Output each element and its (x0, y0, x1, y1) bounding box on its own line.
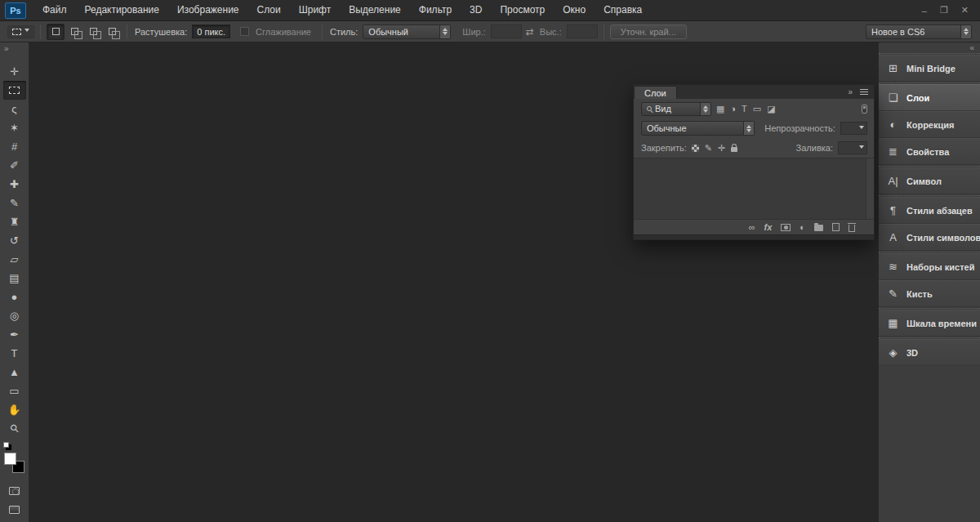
quick-mask-button[interactable] (3, 481, 26, 500)
blur-tool[interactable]: ● (3, 288, 26, 306)
dock-collapse-button[interactable]: « (879, 42, 980, 53)
tool-preset-picker[interactable] (7, 25, 34, 38)
lock-position-icon[interactable]: ✛ (718, 144, 725, 153)
history-brush-tool[interactable]: ↺ (3, 231, 26, 250)
panel-label: 3D (906, 348, 918, 358)
menu-item[interactable]: 3D (461, 0, 491, 20)
panel-button-character[interactable]: A|Символ (879, 167, 980, 194)
antialias-checkbox[interactable] (240, 27, 249, 36)
move-tool[interactable]: ✛ (3, 62, 26, 81)
panel-menu-icon[interactable] (860, 89, 868, 95)
filter-type-select[interactable]: Вид (641, 102, 711, 116)
blend-mode-select[interactable]: Обычные (641, 121, 755, 136)
panel-button-adjustments[interactable]: ◐Коррекция (879, 111, 980, 138)
scrollbar[interactable] (866, 158, 874, 219)
filter-toggle-icon[interactable] (862, 105, 867, 114)
rectangle-tool[interactable]: ▭ (3, 381, 26, 400)
type-tool-icon: T (11, 348, 18, 359)
panel-button-mini-bridge[interactable]: ⊞Mini Bridge (879, 55, 980, 82)
close-button[interactable]: ✕ (961, 5, 969, 16)
panel-button-timeline[interactable]: ▦Шкала времени (879, 310, 980, 337)
toolbox-expand-button[interactable]: » (0, 42, 29, 54)
screen-mode-button[interactable] (3, 500, 26, 519)
panel-dock: « ⊞Mini Bridge❏Слои◐Коррекция≣СвойстваA|… (878, 42, 980, 522)
healing-brush-tool-icon: ✚ (10, 179, 19, 190)
new-layer-icon[interactable] (832, 223, 840, 231)
fill-input[interactable] (838, 141, 867, 154)
panel-button-brush[interactable]: ✎Кисть (879, 280, 980, 307)
feather-input[interactable]: 0 пикс. (192, 25, 230, 38)
healing-brush-tool[interactable]: ✚ (3, 175, 26, 194)
adjustment-filter-icon[interactable]: ◑ (730, 105, 736, 114)
pen-tool[interactable]: ✒ (3, 325, 26, 344)
collapse-panel-icon[interactable]: » (848, 87, 853, 96)
adjustment-layer-icon[interactable]: ◐ (800, 223, 805, 232)
new-selection-button[interactable] (47, 24, 65, 40)
layers-tab[interactable]: Слои (634, 86, 677, 99)
menu-item[interactable]: Шрифт (290, 0, 340, 20)
eraser-tool[interactable]: ▱ (3, 250, 26, 269)
shape-filter-icon[interactable]: ▭ (753, 105, 761, 114)
menu-item[interactable]: Окно (554, 0, 595, 20)
menu-item[interactable]: Редактирование (76, 0, 168, 20)
lock-pixels-icon[interactable]: ✎ (705, 144, 712, 153)
menu-item[interactable]: Слои (248, 0, 290, 20)
layers-list[interactable] (634, 158, 874, 220)
minimize-button[interactable]: – (922, 6, 927, 16)
panel-button-paragraph-styles[interactable]: ¶Стили абзацев (879, 197, 980, 224)
menu-item[interactable]: Фильтр (410, 0, 461, 20)
panel-button-character-styles-icon: A (885, 231, 901, 243)
path-selection-tool[interactable]: ▲ (3, 363, 26, 381)
quick-selection-tool[interactable]: ✶ (3, 118, 26, 137)
rectangular-marquee-tool[interactable] (3, 81, 26, 100)
panel-button-properties[interactable]: ≣Свойства (879, 138, 980, 165)
menu-item[interactable]: Файл (33, 0, 76, 20)
restore-button[interactable]: ❐ (940, 5, 948, 16)
smart-object-filter-icon[interactable]: ◪ (767, 105, 775, 114)
subtract-selection-button[interactable] (84, 24, 102, 40)
hand-tool[interactable]: ✋ (3, 400, 26, 419)
eyedropper-tool[interactable]: ✐ (3, 156, 26, 175)
layer-effects-icon[interactable]: fx (764, 223, 773, 232)
menu-item[interactable]: Изображение (168, 0, 248, 20)
menu-item[interactable]: Выделение (340, 0, 410, 20)
foreground-color-swatch[interactable] (4, 453, 16, 465)
menu-item[interactable]: Просмотр (491, 0, 554, 20)
workspace-select[interactable]: Новое в CS6 (866, 25, 972, 39)
clone-stamp-tool[interactable]: ♜ (3, 212, 26, 231)
zoom-tool[interactable]: ⚲ (3, 419, 26, 438)
brush-tool[interactable]: ✎ (3, 194, 26, 212)
link-layers-icon[interactable]: ∞ (749, 223, 755, 232)
panel-button-brush-presets[interactable]: ≋Наборы кистей (879, 253, 980, 280)
dodge-tool[interactable]: ◎ (3, 306, 26, 325)
width-input[interactable] (491, 25, 522, 38)
panel-button-character-styles[interactable]: AСтили символов (879, 224, 980, 251)
add-mask-icon[interactable] (781, 224, 791, 231)
double-chevron-left-icon: « (969, 43, 974, 52)
lasso-tool[interactable]: ς (3, 100, 26, 118)
panel-button-3d[interactable]: ◈3D (879, 339, 980, 366)
height-input[interactable] (567, 25, 598, 38)
opacity-input[interactable] (840, 122, 867, 135)
style-select[interactable]: Обычный (363, 25, 451, 39)
type-filter-icon[interactable]: T (742, 105, 747, 114)
add-selection-button[interactable] (65, 24, 83, 40)
delete-layer-icon[interactable] (849, 225, 855, 232)
menu-item[interactable]: Справка (595, 0, 651, 20)
intersect-selection-button[interactable] (103, 24, 121, 40)
lock-transparency-icon[interactable] (692, 145, 699, 152)
panel-button-character-icon: A| (885, 175, 901, 187)
gradient-tool[interactable]: ▤ (3, 269, 26, 288)
crop-tool[interactable]: # (3, 137, 26, 156)
default-colors-icon[interactable] (3, 442, 9, 448)
refine-edge-button[interactable]: Уточн. край... (610, 25, 687, 39)
height-label: Выс.: (540, 27, 562, 37)
swap-dimensions-icon[interactable]: ⇄ (526, 26, 534, 38)
type-tool[interactable]: T (3, 344, 26, 363)
lock-all-icon[interactable] (731, 147, 737, 152)
opacity-label: Непрозрачность: (764, 123, 835, 133)
pixel-filter-icon[interactable]: ▦ (716, 105, 724, 114)
panel-resize-handle[interactable] (634, 234, 874, 239)
panel-button-layers[interactable]: ❏Слои (879, 84, 980, 111)
layer-group-icon[interactable] (814, 225, 823, 231)
